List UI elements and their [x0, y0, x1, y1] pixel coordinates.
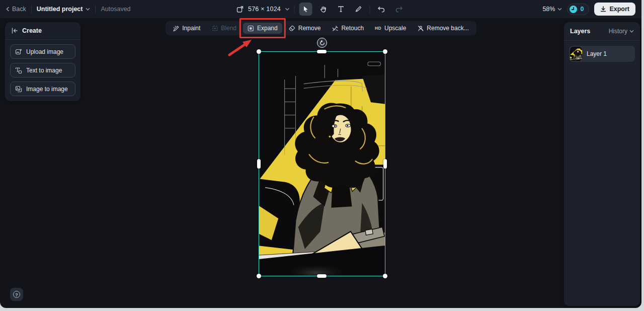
blend-icon	[211, 25, 218, 32]
inpaint-button[interactable]: Inpaint	[168, 23, 205, 34]
upload-image-icon	[15, 48, 22, 55]
canvas-size-value: 576 × 1024	[248, 6, 281, 13]
resize-handle-top[interactable]	[317, 50, 327, 53]
redo-button[interactable]	[392, 3, 406, 16]
divider	[294, 6, 295, 13]
pointer-icon	[302, 6, 309, 13]
app-window: Back Untitled project Autosaved 576 × 10…	[0, 0, 641, 308]
image-to-image-icon	[15, 86, 22, 93]
rotate-handle[interactable]	[317, 38, 327, 48]
hd-icon: HD	[375, 26, 381, 31]
text-tool-button[interactable]	[335, 3, 348, 16]
resize-handle-left[interactable]	[257, 159, 261, 169]
chevron-down-icon	[629, 30, 634, 33]
upload-image-button[interactable]: Upload image	[10, 44, 75, 59]
export-button[interactable]: Export	[594, 3, 635, 16]
project-title-menu[interactable]: Untitled project	[37, 6, 91, 13]
back-button[interactable]: Back	[6, 6, 26, 13]
layers-panel: Layers History Layer 1	[564, 22, 640, 306]
retouch-icon	[332, 25, 338, 32]
text-icon	[338, 6, 345, 13]
zoom-level-control[interactable]: 58%	[542, 6, 562, 13]
resize-handle-bottom-left[interactable]	[257, 274, 261, 278]
draw-tool-button[interactable]	[352, 3, 365, 16]
question-mark-icon: ?	[13, 291, 20, 298]
hand-icon	[320, 6, 327, 13]
screen: Back Untitled project Autosaved 576 × 10…	[0, 0, 644, 311]
resize-handle-right[interactable]	[383, 159, 387, 169]
hand-tool-button[interactable]	[317, 3, 330, 16]
text-to-image-button[interactable]: Text to image	[10, 63, 75, 77]
remove-button[interactable]: Remove	[284, 23, 326, 34]
brush-icon	[355, 6, 362, 13]
zoom-level-value: 58%	[542, 6, 555, 13]
resize-handle-top-right[interactable]	[383, 49, 387, 54]
credits-icon	[570, 6, 577, 13]
resize-handle-top-left[interactable]	[257, 49, 261, 54]
divider	[370, 6, 370, 13]
download-icon	[600, 6, 606, 12]
autosaved-status: Autosaved	[101, 6, 130, 13]
layers-panel-title: Layers	[570, 28, 590, 35]
eraser-icon	[289, 25, 295, 32]
image-to-image-button[interactable]: Image to image	[10, 82, 75, 96]
canvas-size-icon	[236, 6, 244, 13]
image-action-toolbar: Inpaint Blend Expand Remove Retouch	[165, 21, 476, 35]
selection-bounding-box[interactable]	[259, 51, 385, 276]
remove-background-icon	[417, 25, 424, 32]
top-bar: Back Untitled project Autosaved 576 × 10…	[0, 0, 641, 18]
undo-button[interactable]	[375, 3, 388, 16]
inpaint-icon	[173, 25, 179, 32]
back-label: Back	[12, 6, 26, 13]
chevron-down-icon	[86, 8, 90, 11]
chevron-left-icon	[6, 7, 10, 12]
resize-handle-bottom[interactable]	[317, 274, 327, 278]
blend-button: Blend	[207, 23, 241, 34]
resize-handle-bottom-right[interactable]	[383, 274, 387, 278]
rotate-icon	[319, 40, 325, 46]
upscale-button[interactable]: HD Upscale	[370, 23, 411, 34]
chevron-down-icon	[557, 8, 562, 11]
project-title: Untitled project	[37, 6, 83, 13]
divider	[31, 6, 32, 13]
annotation-arrow	[220, 34, 261, 57]
export-label: Export	[609, 6, 629, 13]
divider	[95, 6, 96, 13]
credits-count: 0	[580, 6, 584, 13]
undo-icon	[377, 6, 385, 13]
history-dropdown[interactable]: History	[609, 28, 634, 35]
expand-button[interactable]: Expand	[243, 23, 282, 34]
chevron-down-icon[interactable]	[285, 8, 290, 11]
select-tool-button[interactable]	[299, 3, 312, 16]
expand-icon	[248, 25, 254, 32]
layer-name: Layer 1	[587, 50, 607, 57]
text-to-image-icon	[15, 67, 22, 74]
layer-thumbnail	[570, 47, 582, 61]
redo-icon	[395, 6, 403, 13]
remove-background-button[interactable]: Remove back...	[413, 23, 473, 34]
create-panel-title: Create	[22, 27, 42, 34]
layer-row[interactable]: Layer 1	[569, 46, 635, 62]
help-button[interactable]: ?	[10, 288, 23, 301]
credits-badge[interactable]: 0	[567, 4, 589, 15]
retouch-button[interactable]: Retouch	[327, 23, 368, 34]
create-panel: Create Upload image Text to image Image …	[5, 22, 80, 101]
collapse-panel-icon[interactable]	[11, 28, 18, 34]
